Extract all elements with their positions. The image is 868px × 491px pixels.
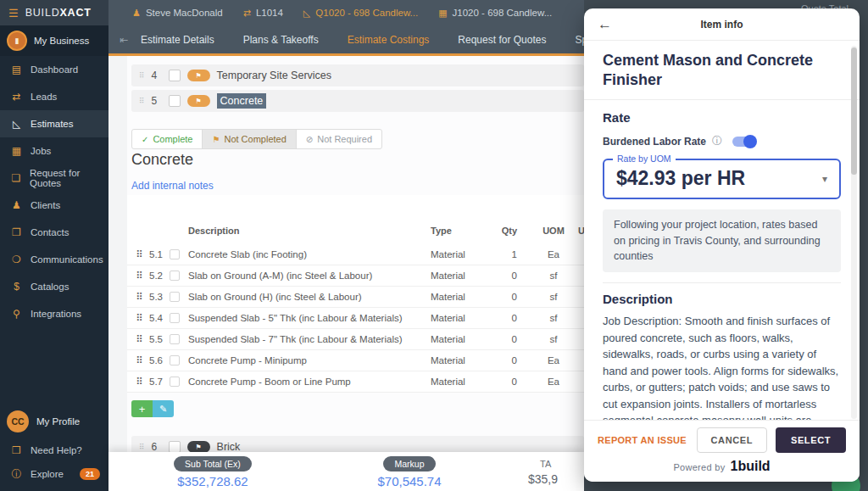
table-row[interactable]: ⠿5.7Concrete Pump - Boom or Line PumpMat… (127, 371, 584, 393)
table-row[interactable]: ⠿5.3Slab on Ground (H) (inc Steel & Labo… (127, 287, 584, 308)
back-arrow-icon[interactable]: ← (598, 17, 612, 31)
estimates-icon: ◺ (10, 118, 23, 130)
sidebar-item-contacts[interactable]: ❐Contacts (0, 219, 108, 246)
tab-estimate-costings[interactable]: Estimate Costings (348, 34, 430, 46)
group-label-selected: Concrete (217, 93, 267, 109)
drag-handle-icon[interactable]: ⠿ (136, 371, 142, 393)
sidebar-item-integrations[interactable]: ⚲Integrations (0, 300, 108, 327)
row-checkbox[interactable] (170, 249, 180, 259)
rfq-icon: ❏ (10, 172, 22, 184)
row-checkbox[interactable] (170, 377, 180, 387)
panel-body: Cement Mason and Concrete Finisher Rate … (584, 41, 860, 420)
select-button[interactable]: SELECT (776, 427, 846, 453)
collapse-sidebar-icon[interactable]: ⇤ (120, 34, 128, 46)
row-description: Slab on Ground (H) (inc Steel & Labour) (188, 287, 362, 308)
add-internal-notes-link[interactable]: Add internal notes (131, 180, 214, 192)
drag-handle-icon[interactable]: ⠿ (139, 71, 145, 80)
row-checkbox[interactable] (170, 292, 180, 302)
row-number: 5.3 (149, 287, 163, 308)
sidebar-item-estimates[interactable]: ◺Estimates (0, 110, 108, 137)
topbar-user[interactable]: ♟Steve MacDonald (132, 8, 223, 19)
sidebar-item-clients[interactable]: ♟Clients (0, 192, 108, 219)
group-row-4[interactable]: ⠿ 4 ⚑ Temporary Site Services (131, 64, 584, 86)
filter-complete[interactable]: ✓Complete (132, 130, 203, 148)
row-checkbox[interactable] (170, 271, 180, 281)
filter-not-required[interactable]: ⊘Not Required (297, 130, 381, 148)
topbar-lead-ref[interactable]: ⇄L1014 (243, 8, 283, 19)
slash-icon: ⊘ (306, 135, 313, 144)
panel-scrollbar-thumb[interactable] (851, 47, 857, 175)
report-an-issue-link[interactable]: REPORT AN ISSUE (598, 435, 687, 445)
rate-select-label: Rate by UOM (613, 153, 676, 164)
not-completed-flag-badge: ⚑ (187, 95, 210, 107)
drag-handle-icon[interactable]: ⠿ (136, 350, 142, 371)
calendar-icon: ▦ (438, 8, 447, 19)
drag-handle-icon[interactable]: ⠿ (139, 443, 145, 451)
add-row-button[interactable]: + (131, 400, 153, 417)
takeoff-icon: ◺ (303, 8, 310, 19)
description-paragraph: Job Description: Smooth and finish surfa… (603, 313, 841, 420)
sidebar-item-dashboard[interactable]: ▤Dashboard (0, 56, 108, 83)
description-section: Description Job Description: Smooth and … (584, 283, 860, 420)
drag-handle-icon[interactable]: ⠿ (136, 329, 142, 350)
sidebar-item-label: Need Help? (31, 445, 82, 455)
group-number: 6 (152, 441, 162, 453)
subtotal-value: $352,728.62 (149, 474, 276, 488)
row-checkbox[interactable] (170, 313, 180, 323)
table-row[interactable]: ⠿5.2Slab on Ground (A-M) (inc Steel & La… (127, 265, 584, 287)
cancel-button[interactable]: CANCEL (697, 427, 767, 453)
item-info-panel: ← Item info Cement Mason and Concrete Fi… (584, 8, 860, 482)
row-checkbox[interactable] (170, 355, 180, 365)
flag-icon: ⚑ (212, 135, 220, 144)
filter-not-completed[interactable]: ⚑Not Completed (203, 130, 296, 148)
sidebar-item-need-help[interactable]: ❒Need Help? (0, 438, 108, 462)
row-checkbox[interactable] (170, 334, 180, 344)
not-completed-flag-badge: ⚑ (187, 70, 210, 81)
tab-plans-takeoffs[interactable]: Plans & Takeoffs (243, 34, 319, 46)
leads-icon: ⇄ (10, 91, 23, 103)
clients-icon: ♟ (10, 199, 23, 211)
sidebar-item-communications[interactable]: ❍Communications (0, 246, 108, 273)
catalogs-icon: $ (10, 281, 23, 293)
location-note: Following your project location, rates b… (603, 209, 841, 272)
description-heading: Description (603, 292, 841, 306)
sidebar-item-catalogs[interactable]: $Catalogs (0, 273, 108, 300)
content-gutter (108, 56, 127, 491)
table-row[interactable]: ⠿5.5Suspended Slab - 7" Thk (inc Labour … (127, 329, 584, 350)
drag-handle-icon[interactable]: ⠿ (136, 244, 142, 265)
sidebar-item-request-for-quotes[interactable]: ❏Request for Quotes (0, 165, 108, 192)
sidebar-business[interactable]: ▮ My Business (0, 25, 108, 56)
table-row[interactable]: ⠿5.6Concrete Pump - MinipumpMaterial0Ea (127, 350, 584, 371)
drag-handle-icon[interactable]: ⠿ (136, 308, 142, 329)
info-icon[interactable]: ⓘ (712, 134, 722, 148)
topbar-job-ref[interactable]: ▦J1020 - 698 Candlew... (438, 8, 552, 19)
header-type: Type (431, 226, 452, 236)
group-checkbox[interactable] (169, 441, 181, 453)
row-description: Slab on Ground (A-M) (inc Steel & Labour… (188, 265, 372, 287)
sidebar-item-my-profile[interactable]: CCMy Profile (0, 405, 108, 438)
drag-handle-icon[interactable]: ⠿ (139, 97, 145, 105)
drag-handle-icon[interactable]: ⠿ (136, 265, 142, 287)
sidebar-item-jobs[interactable]: ▦Jobs (0, 137, 108, 165)
table-row[interactable]: ⠿5.4Suspended Slab - 5" Thk (inc Labour … (127, 308, 584, 329)
group-checkbox[interactable] (169, 95, 181, 107)
row-type: Material (431, 287, 465, 308)
group-row-5[interactable]: ⠿ 5 ⚑ Concrete (131, 90, 584, 112)
group-checkbox[interactable] (169, 70, 181, 81)
logo-area: ☰ BUILDXACT (0, 0, 108, 25)
pencil-icon: ✎ (159, 404, 167, 415)
filter-label: Not Required (317, 134, 372, 144)
table-row[interactable]: ⠿5.1Concrete Slab (inc Footing)Material1… (127, 244, 584, 265)
sidebar-item-leads[interactable]: ⇄Leads (0, 83, 108, 110)
edit-rows-button[interactable]: ✎ (153, 400, 174, 417)
tab-request-for-quotes[interactable]: Request for Quotes (458, 34, 546, 46)
burdened-rate-toggle[interactable] (732, 137, 755, 147)
hamburger-menu-icon[interactable]: ☰ (8, 7, 19, 20)
drag-handle-icon[interactable]: ⠿ (136, 287, 142, 308)
sidebar-item-explore[interactable]: ⓘExplore21 (0, 462, 108, 486)
rate-by-uom-select[interactable]: Rate by UOM $42.93 per HR ▾ (603, 159, 841, 199)
topbar-quote-ref[interactable]: ◺Q1020 - 698 Candlew... (303, 8, 418, 19)
tab-estimate-details[interactable]: Estimate Details (141, 34, 214, 46)
topbar-job-label: J1020 - 698 Candlew... (453, 8, 553, 18)
panel-title: Item info (701, 19, 743, 31)
